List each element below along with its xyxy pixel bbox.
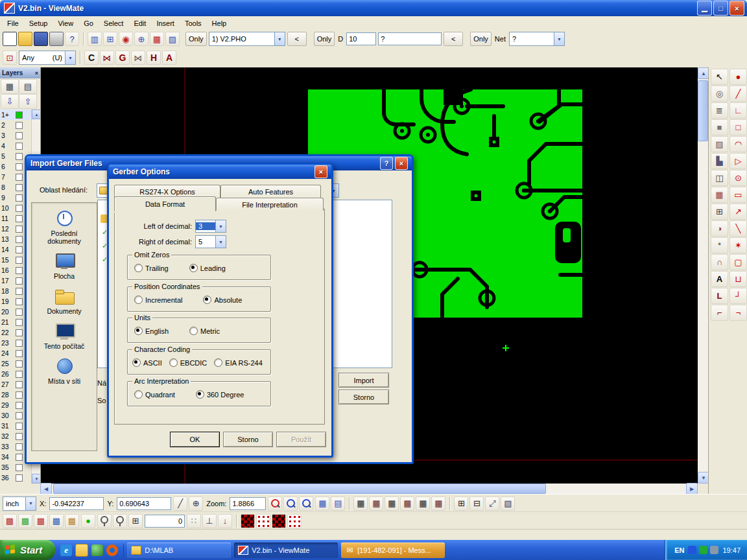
place-desktop[interactable]: Plocha (34, 252, 95, 280)
layer-color-swatch[interactable] (16, 350, 23, 357)
layer-color-swatch[interactable] (16, 443, 23, 450)
layer-color-swatch[interactable] (16, 194, 23, 202)
hatch-tool-icon[interactable]: ▨ (711, 136, 728, 152)
split-table-icon[interactable]: ⊟ (469, 496, 484, 511)
scroll-left-icon[interactable]: ◀ (40, 483, 52, 495)
text-a-icon[interactable]: A (162, 51, 176, 65)
chevron-down-icon[interactable]: ▼ (274, 32, 285, 45)
scroll-up-icon[interactable]: ▲ (32, 110, 40, 119)
grid-tool-icon[interactable]: ▦ (711, 187, 728, 203)
mask-pattern-icon[interactable]: ▩ (34, 514, 48, 528)
import-button[interactable]: Import (338, 373, 389, 388)
film-pattern-icon[interactable]: ▩ (3, 514, 17, 528)
polyline-tool-icon[interactable]: ∟ (729, 102, 747, 119)
count-field[interactable]: 0 (145, 515, 185, 528)
layer-color-swatch[interactable] (16, 412, 23, 419)
radio-incremental[interactable]: Incremental (134, 296, 182, 304)
layer-color-swatch[interactable] (16, 111, 23, 119)
layer-color-swatch[interactable] (16, 257, 23, 264)
dcode-input[interactable]: 10 (346, 32, 376, 45)
chevron-down-icon[interactable]: ▼ (215, 236, 226, 248)
layer-color-swatch[interactable] (16, 205, 23, 212)
tab-auto-features[interactable]: Auto Features (220, 185, 321, 198)
zoom-window-icon[interactable] (283, 496, 298, 511)
zoom-select-tool-icon[interactable]: ◎ (711, 86, 728, 102)
x-coordinate-field[interactable]: -0.942237 (49, 497, 104, 510)
chevron-down-icon[interactable]: ▼ (25, 497, 36, 510)
move-layer-up-icon[interactable]: ⇧ (19, 94, 37, 109)
layer-color-swatch[interactable] (16, 433, 23, 440)
layer-color-swatch[interactable] (16, 143, 23, 150)
layer-row[interactable]: 36 (0, 472, 31, 483)
layer-row[interactable]: 3 (0, 130, 31, 141)
radio-ascii[interactable]: ASCII (132, 358, 162, 367)
negative-alt-icon[interactable] (272, 514, 286, 528)
menu-edit[interactable]: Edit (128, 18, 151, 29)
rotate-tool-icon[interactable]: ∩ (711, 254, 728, 270)
scroll-down-icon[interactable]: ▼ (32, 474, 40, 484)
h-mode-icon[interactable]: H (147, 51, 161, 65)
copper-pattern-icon[interactable]: ▩ (18, 514, 32, 528)
layer-table-icon[interactable]: ▦ (1, 79, 19, 94)
layer-color-swatch[interactable] (16, 267, 23, 274)
layer-grid-icon[interactable]: ▤ (19, 79, 37, 94)
filled-rect-tool-icon[interactable]: ■ (711, 119, 728, 135)
target-tool-icon[interactable]: ⊙ (729, 170, 747, 186)
film-grid-icon[interactable]: ▦ (150, 32, 164, 46)
swap-axes-icon[interactable]: ⤢ (485, 496, 499, 511)
layer-color-swatch[interactable] (16, 454, 23, 461)
snap-tool-icon[interactable]: ⊞ (711, 204, 728, 220)
layer-color-swatch[interactable] (16, 329, 23, 336)
flip-icon[interactable]: ⋈ (100, 51, 114, 65)
drop-marker-icon[interactable]: ↓ (218, 514, 232, 528)
context-help-icon[interactable]: ? (65, 32, 79, 46)
only-dcode-button[interactable]: Only (314, 32, 335, 46)
layer-color-swatch[interactable] (16, 132, 23, 139)
layer-color-swatch[interactable] (16, 122, 23, 129)
any-filter-combo[interactable]: Any (U) ▼ (19, 51, 76, 65)
layer-combo[interactable]: 1) V2.PHO ▼ (209, 32, 285, 46)
component-c-icon[interactable]: C (84, 51, 99, 65)
origin-anchor-icon[interactable]: ⊥ (202, 514, 217, 528)
close-button[interactable]: × (729, 1, 744, 16)
layers-panel-titlebar[interactable]: Layers × (0, 67, 40, 78)
layer-color-swatch[interactable] (16, 246, 23, 253)
scroll-right-icon[interactable]: ▶ (686, 483, 698, 495)
dimension-tool-icon[interactable]: L (711, 288, 728, 304)
tool-table-icon[interactable]: ▦ (416, 496, 430, 511)
start-button[interactable]: Start (0, 540, 55, 560)
slash-tool-icon[interactable]: ╲ (729, 220, 747, 237)
swap-icon[interactable]: ⋈ (131, 51, 145, 65)
place-my-computer[interactable]: Tento počítač (34, 322, 95, 350)
zoom-out-icon[interactable] (299, 496, 313, 511)
layer-color-swatch[interactable] (16, 402, 23, 409)
radio-eia-rs-244[interactable]: EIA RS-244 (214, 358, 262, 367)
layer-color-swatch[interactable] (16, 153, 23, 160)
vscrollbar-thumb[interactable] (698, 80, 708, 141)
corner-tool-icon[interactable]: ⌐ (711, 305, 728, 321)
aperture-table-icon[interactable]: ▦ (369, 496, 383, 511)
grid-table-icon[interactable]: ⊞ (103, 32, 117, 46)
ok-button[interactable]: OK (170, 432, 220, 447)
unit-combo[interactable]: inch ▼ (3, 496, 36, 511)
only-net-button[interactable]: Only (470, 32, 492, 46)
firefox-icon[interactable] (106, 544, 118, 556)
mirror-tool-icon[interactable]: ◫ (711, 170, 728, 186)
zoom-value-field[interactable]: 1.8866 (230, 497, 266, 510)
grid-toggle-icon[interactable]: ▦ (315, 496, 329, 511)
hscrollbar-thumb[interactable] (53, 484, 546, 494)
layer-color-swatch[interactable] (16, 226, 23, 233)
dcode-filter-input[interactable]: ? (378, 32, 442, 45)
cursor-tool-icon[interactable]: ↖ (711, 69, 728, 85)
tray-display-icon[interactable] (710, 546, 718, 554)
maximize-button[interactable]: □ (713, 1, 728, 16)
rect-tool-icon[interactable]: □ (729, 119, 747, 135)
menu-go[interactable]: Go (78, 18, 99, 29)
arc-tool-icon[interactable]: ◠ (729, 136, 747, 152)
dcode-table-icon[interactable]: ▦ (353, 496, 368, 511)
merge-table-icon[interactable]: ⊞ (454, 496, 468, 511)
select-table-icon[interactable]: ▥ (88, 32, 102, 46)
menu-file[interactable]: File (2, 18, 24, 29)
radio-absolute[interactable]: Absolute (203, 296, 242, 304)
dot-grid-icon[interactable]: ∷ (187, 514, 201, 528)
